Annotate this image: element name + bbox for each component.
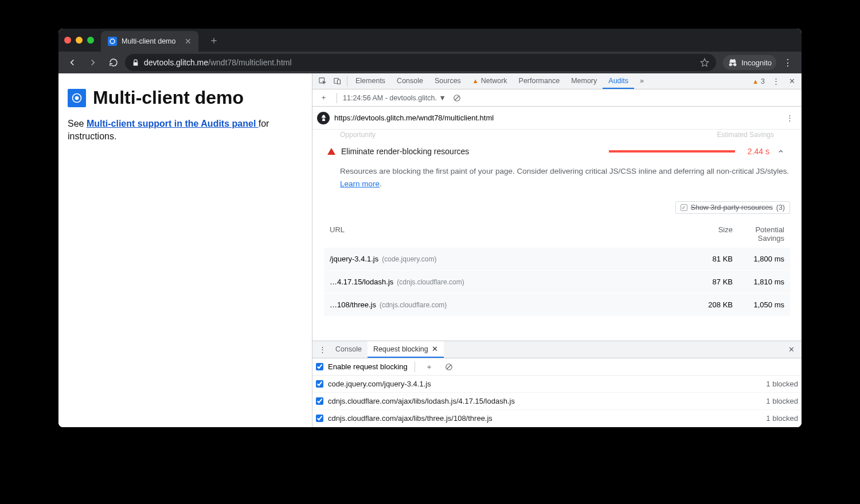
new-tab-button[interactable]: ＋ <box>204 31 224 49</box>
resource-path: …4.17.15/lodash.js <box>330 278 393 286</box>
table-row[interactable]: /jquery-3.4.1.js(code.jquery.com) 81 KB … <box>324 247 790 270</box>
close-tab-button[interactable]: ✕ <box>185 37 191 46</box>
remove-all-patterns-icon[interactable] <box>441 358 456 375</box>
device-toggle-icon[interactable] <box>330 73 345 89</box>
warnings-indicator[interactable]: ▲3 <box>750 77 767 85</box>
col-url: URL <box>330 225 687 243</box>
minimize-window-button[interactable] <box>76 37 83 44</box>
list-item[interactable]: cdnjs.cloudflare.com/ajax/libs/three.js/… <box>312 410 802 427</box>
resource-size: 208 KB <box>687 300 733 309</box>
more-tabs-button[interactable]: » <box>634 73 650 89</box>
col-size: Size <box>687 225 733 243</box>
url-host: devtools.glitch.me <box>144 58 208 67</box>
section-opportunity: Opportunity <box>340 131 376 139</box>
drawer-menu-button[interactable]: ⋮ <box>315 341 330 358</box>
resource-savings: 1,800 ms <box>733 255 784 263</box>
clear-audit-icon[interactable] <box>449 89 464 106</box>
incognito-badge[interactable]: Incognito <box>723 55 776 70</box>
audit-item-header[interactable]: Eliminate render-blocking resources 2.44… <box>324 142 790 161</box>
traffic-lights <box>64 37 94 44</box>
resource-host: (code.jquery.com) <box>382 255 436 263</box>
blocking-toolbar: Enable request blocking ＋ <box>312 358 802 376</box>
resource-savings: 1,050 ms <box>733 300 784 309</box>
devtools-tabbar: Elements Console Sources ▲Network Perfor… <box>312 73 802 89</box>
third-party-label: Show 3rd-party resources <box>691 204 773 212</box>
drawer-tab-request-blocking[interactable]: Request blocking✕ <box>368 341 444 358</box>
page-logo <box>68 89 86 107</box>
audit-url: https://devtools.glitch.me/wndt78/multic… <box>334 114 494 122</box>
audit-report: Opportunity Estimated Savings Eliminate … <box>312 130 802 341</box>
list-item[interactable]: code.jquery.com/jquery-3.4.1.js 1 blocke… <box>312 376 802 393</box>
address-bar: devtools.glitch.me/wndt78/multiclient.ht… <box>58 52 802 73</box>
resource-size: 81 KB <box>687 255 733 263</box>
close-window-button[interactable] <box>64 37 71 44</box>
enable-blocking-checkbox[interactable] <box>316 363 323 370</box>
close-drawer-tab-icon[interactable]: ✕ <box>432 345 438 353</box>
lock-icon <box>132 59 139 67</box>
audit-item-time: 2.44 s <box>741 147 769 156</box>
col-savings: Potential Savings <box>733 225 784 243</box>
resource-path: …108/three.js <box>330 300 376 309</box>
third-party-count: (3) <box>776 204 785 212</box>
resources-table: URL Size Potential Savings /jquery-3.4.1… <box>324 221 790 316</box>
warning-icon: ▲ <box>472 77 479 84</box>
tab-elements[interactable]: Elements <box>350 73 391 89</box>
rendered-page: Multi-client demo See Multi-client suppo… <box>58 73 312 427</box>
pattern-checkbox[interactable] <box>316 415 323 422</box>
collapse-icon[interactable] <box>775 148 787 155</box>
page-text-prefix: See <box>68 119 87 128</box>
enable-blocking-label: Enable request blocking <box>328 362 408 371</box>
star-icon[interactable] <box>700 58 709 67</box>
devtools-settings-button[interactable]: ⋮ <box>768 77 783 85</box>
pattern-text: code.jquery.com/jquery-3.4.1.js <box>328 380 761 388</box>
pattern-checkbox[interactable] <box>316 397 323 405</box>
resource-size: 87 KB <box>687 278 733 286</box>
drawer-tabbar: ⋮ Console Request blocking✕ ✕ <box>312 341 802 358</box>
tab-sources[interactable]: Sources <box>429 73 467 89</box>
drawer-tab-console[interactable]: Console <box>330 341 368 358</box>
tab-console[interactable]: Console <box>391 73 429 89</box>
devtools-close-button[interactable]: ✕ <box>784 77 799 85</box>
tab-favicon <box>108 37 117 46</box>
maximize-window-button[interactable] <box>87 37 94 44</box>
pattern-text: cdnjs.cloudflare.com/ajax/libs/three.js/… <box>328 414 761 423</box>
add-pattern-button[interactable]: ＋ <box>422 358 437 375</box>
show-3rd-party-toggle[interactable]: ✓ Show 3rd-party resources (3) <box>675 201 790 214</box>
incognito-icon <box>728 57 738 68</box>
url-input[interactable]: devtools.glitch.me/wndt78/multiclient.ht… <box>125 54 716 71</box>
devtools-drawer: ⋮ Console Request blocking✕ ✕ Enable req… <box>312 341 802 427</box>
learn-more-link[interactable]: Learn more <box>340 179 380 188</box>
pattern-count: 1 blocked <box>766 380 798 388</box>
audit-run-dropdown[interactable]: 11:24:56 AM - devtools.glitch. ▼ <box>343 94 446 102</box>
new-audit-button[interactable]: ＋ <box>316 89 331 106</box>
audit-item-title: Eliminate render-blocking resources <box>341 147 603 156</box>
tab-performance[interactable]: Performance <box>513 73 566 89</box>
table-row[interactable]: …108/three.js(cdnjs.cloudflare.com) 208 … <box>324 293 790 316</box>
table-row[interactable]: …4.17.15/lodash.js(cdnjs.cloudflare.com)… <box>324 270 790 293</box>
tab-memory[interactable]: Memory <box>565 73 603 89</box>
tab-audits[interactable]: Audits <box>603 73 634 89</box>
incognito-label: Incognito <box>741 58 772 67</box>
audit-item-description: Resources are blocking the first paint o… <box>324 161 790 194</box>
inspect-icon[interactable] <box>315 73 330 89</box>
svg-point-0 <box>110 39 115 44</box>
browser-tab[interactable]: Multi-client demo ✕ <box>101 31 198 52</box>
reload-button[interactable] <box>104 53 123 72</box>
instructions-link[interactable]: Multi-client support in the Audits panel <box>87 119 259 128</box>
forward-button[interactable] <box>84 53 102 72</box>
titlebar: Multi-client demo ✕ ＋ <box>58 29 802 52</box>
pattern-checkbox[interactable] <box>316 380 323 388</box>
svg-point-4 <box>75 96 79 100</box>
svg-point-1 <box>730 64 732 66</box>
page-heading: Multi-client demo <box>93 87 244 108</box>
lighthouse-icon <box>317 112 330 124</box>
content-area: Multi-client demo See Multi-client suppo… <box>58 73 802 427</box>
list-item[interactable]: cdnjs.cloudflare.com/ajax/libs/lodash.js… <box>312 393 802 410</box>
back-button[interactable] <box>63 53 81 72</box>
drawer-close-button[interactable]: ✕ <box>784 345 799 354</box>
tab-network[interactable]: ▲Network <box>467 73 513 89</box>
browser-menu-button[interactable]: ⋮ <box>779 57 797 68</box>
svg-rect-7 <box>337 80 340 84</box>
audit-url-menu[interactable]: ⋮ <box>782 107 797 129</box>
svg-point-2 <box>734 64 736 66</box>
